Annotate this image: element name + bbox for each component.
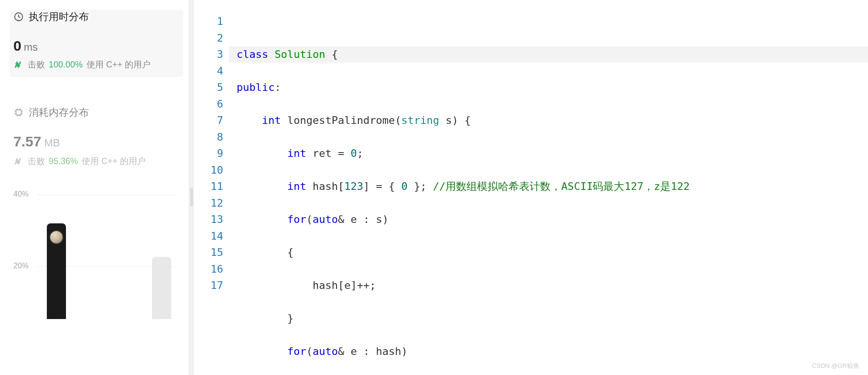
code-line: for(auto& e : hash): [237, 343, 868, 360]
chart-bar-selected[interactable]: [47, 223, 66, 319]
line-number: 11: [194, 178, 223, 195]
memory-title-text: 消耗内存分布: [29, 106, 89, 119]
code-line: int ret = 0;: [237, 145, 868, 162]
line-number: 2: [194, 30, 223, 47]
line-number: 6: [194, 96, 223, 113]
code-line: hash[e]++;: [237, 277, 868, 294]
clap-icon: [13, 156, 24, 166]
watermark: CSDN @GR鲸鱼: [812, 362, 859, 370]
line-number: 16: [194, 261, 223, 278]
chart-bars: [47, 223, 171, 319]
clap-icon: [13, 59, 24, 70]
line-number: 8: [194, 129, 223, 146]
code-line: {: [237, 244, 868, 261]
runtime-beat: 击败 100.00% 使用 C++ 的用户: [13, 59, 179, 70]
line-number: 9: [194, 145, 223, 162]
runtime-chart[interactable]: 40% 20%: [13, 190, 189, 319]
runtime-title-text: 执行用时分布: [29, 10, 89, 23]
stats-sidebar: 执行用时分布 0 ms 击败 100.00% 使用 C++ 的用户 消耗内存分布…: [0, 0, 189, 375]
svg-rect-1: [16, 110, 22, 115]
gridline: [37, 195, 175, 195]
memory-block[interactable]: 消耗内存分布 7.57 MB 击败 95.36% 使用 C++ 的用户: [13, 106, 189, 167]
chip-icon: [13, 107, 24, 118]
line-number: 12: [194, 195, 223, 212]
splitter-handle[interactable]: [190, 188, 193, 207]
line-number: 1: [194, 13, 223, 30]
y-axis-label: 40%: [13, 190, 29, 199]
line-number: 7: [194, 112, 223, 129]
line-number: 13: [194, 211, 223, 228]
line-number: 4: [194, 63, 223, 80]
memory-beat: 击败 95.36% 使用 C++ 的用户: [13, 155, 189, 167]
line-number: 14: [194, 228, 223, 245]
vertical-splitter[interactable]: [189, 0, 194, 375]
line-gutter: 1 2 3 4 5 6 7 8 9 10 11 12 13 14 15 16 1…: [194, 13, 237, 375]
code-line: int hash[123] = { 0 }; //用数组模拟哈希表计数，ASCI…: [237, 178, 868, 195]
clock-icon: [13, 11, 24, 22]
runtime-value: 0 ms: [13, 38, 179, 54]
y-axis-label: 20%: [13, 262, 29, 270]
memory-value: 7.57 MB: [13, 133, 189, 150]
line-number: 15: [194, 244, 223, 261]
memory-title: 消耗内存分布: [13, 106, 189, 119]
line-number: 3: [194, 46, 223, 63]
code-content[interactable]: class Solution { public: int longestPali…: [237, 13, 868, 375]
code-line: int longestPalindrome(string s) {: [237, 112, 868, 129]
code-line: for(auto& e : s): [237, 211, 868, 228]
code-editor[interactable]: 1 2 3 4 5 6 7 8 9 10 11 12 13 14 15 16 1…: [194, 0, 868, 375]
runtime-block[interactable]: 执行用时分布 0 ms 击败 100.00% 使用 C++ 的用户: [10, 10, 183, 77]
avatar: [49, 230, 64, 244]
code-line: class Solution {: [237, 46, 868, 63]
line-number: 17: [194, 277, 223, 294]
runtime-title: 执行用时分布: [13, 10, 179, 23]
code-line: }: [237, 310, 868, 327]
chart-bar[interactable]: [152, 257, 171, 319]
code-line: public:: [237, 79, 868, 96]
line-number: 10: [194, 162, 223, 179]
line-number: 5: [194, 79, 223, 96]
